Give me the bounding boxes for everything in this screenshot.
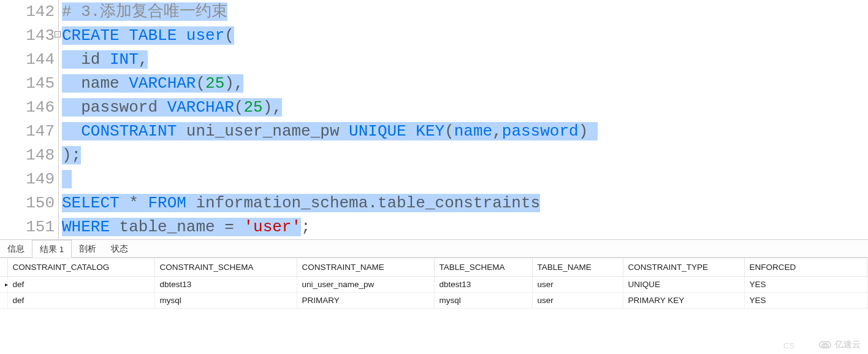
code-token: SELECT (62, 194, 120, 212)
table-row[interactable]: defmysqlPRIMARYmysqluserPRIMARY KEYYES (0, 293, 868, 309)
code-line[interactable]: ); (62, 144, 868, 167)
cell[interactable]: mysql (434, 293, 532, 309)
column-header[interactable]: CONSTRAINT_CATALOG (7, 258, 154, 277)
cell[interactable]: dbtest13 (154, 277, 297, 293)
column-header[interactable]: ENFORCED (744, 258, 868, 277)
code-token: ( (234, 98, 244, 117)
code-token: ; (301, 218, 311, 236)
code-token (62, 122, 81, 140)
code-token: , (139, 50, 148, 69)
code-token: VARCHAR (129, 74, 196, 93)
code-token: KEY (416, 122, 444, 140)
cell[interactable]: user (532, 293, 623, 309)
line-number-gutter: 142143−144145146147148149150151 (0, 0, 58, 239)
sql-editor[interactable]: 142143−144145146147148149150151 # 3.添加复合… (0, 0, 868, 239)
code-line[interactable]: id INT, (62, 48, 868, 72)
cell[interactable]: def (7, 277, 154, 293)
code-token: UNIQUE (349, 122, 406, 140)
cell[interactable]: dbtest13 (434, 277, 532, 293)
code-token: id (62, 50, 110, 69)
results-header-row: CONSTRAINT_CATALOGCONSTRAINT_SCHEMACONST… (0, 258, 868, 277)
code-token (177, 26, 186, 45)
code-token: ( (224, 26, 234, 45)
code-token: WHERE (62, 218, 110, 236)
code-line[interactable]: # 3.添加复合唯一约束 (62, 0, 868, 24)
tab-2[interactable]: 剖析 (72, 240, 104, 257)
code-token: TABLE (129, 26, 177, 45)
line-number: 151 (0, 215, 55, 239)
code-token: CONSTRAINT (81, 122, 177, 140)
code-token: ( (196, 74, 205, 93)
code-token (406, 122, 416, 140)
cell[interactable]: YES (744, 277, 868, 293)
cell[interactable]: UNIQUE (623, 277, 744, 293)
watermark-prefix: CS (783, 341, 794, 350)
code-token: ( (444, 122, 454, 140)
cell[interactable]: user (532, 277, 623, 293)
code-token: table_name = (110, 218, 243, 236)
cell[interactable]: PRIMARY KEY (623, 293, 744, 309)
line-number: 149 (0, 167, 55, 191)
code-token: , (492, 122, 502, 140)
tab-0[interactable]: 信息 (0, 240, 32, 257)
result-tabs: 信息结果 1剖析状态 (0, 239, 868, 258)
watermark: 亿速云 (819, 339, 861, 350)
column-header[interactable]: TABLE_SCHEMA (434, 258, 532, 277)
column-header[interactable]: CONSTRAINT_SCHEMA (154, 258, 297, 277)
code-token: user (186, 26, 224, 45)
code-line[interactable] (62, 167, 868, 191)
results-grid[interactable]: CONSTRAINT_CATALOGCONSTRAINT_SCHEMACONST… (0, 258, 868, 309)
cell[interactable]: def (7, 293, 154, 309)
code-token: password (62, 98, 167, 117)
code-token: CREATE (62, 26, 120, 45)
code-token: password (502, 122, 579, 140)
watermark-icon (819, 341, 831, 348)
column-header[interactable]: CONSTRAINT_NAME (297, 258, 434, 277)
column-header[interactable]: CONSTRAINT_TYPE (623, 258, 744, 277)
code-token: information_schema.table_constraints (186, 194, 540, 212)
row-handle: ▸ (0, 277, 7, 293)
line-number: 148 (0, 144, 55, 167)
line-number: 143− (0, 24, 55, 48)
code-token: uni_user_name_pw (177, 122, 349, 140)
code-token: 25 (243, 98, 262, 117)
watermark-text: 亿速云 (835, 339, 861, 350)
code-token: name (62, 74, 129, 93)
row-handle-header (0, 258, 7, 277)
code-line[interactable]: SELECT * FROM information_schema.table_c… (62, 191, 868, 215)
column-header[interactable]: TABLE_NAME (532, 258, 623, 277)
fold-guide (58, 0, 59, 239)
code-area[interactable]: # 3.添加复合唯一约束CREATE TABLE user( id INT, n… (58, 0, 868, 239)
code-token: 'user' (243, 218, 301, 236)
line-number: 146 (0, 96, 55, 120)
code-token: ), (263, 98, 282, 117)
code-token: ) (579, 122, 598, 140)
code-token: * (120, 194, 148, 212)
line-number: 145 (0, 72, 55, 96)
cell[interactable]: YES (744, 293, 868, 309)
line-number: 142 (0, 0, 55, 24)
code-token: VARCHAR (167, 98, 234, 117)
code-token (120, 26, 129, 45)
code-token: ); (62, 146, 81, 164)
line-number: 144 (0, 48, 55, 72)
results-body: ▸defdbtest13uni_user_name_pwdbtest13user… (0, 277, 868, 309)
code-line[interactable]: WHERE table_name = 'user'; (62, 215, 868, 239)
code-token: name (454, 122, 492, 140)
row-handle (0, 293, 7, 309)
code-line[interactable]: password VARCHAR(25), (62, 96, 868, 120)
code-token: # 3.添加复合唯一约束 (62, 2, 227, 21)
code-line[interactable]: CREATE TABLE user( (62, 24, 868, 48)
tab-3[interactable]: 状态 (104, 240, 135, 257)
cell[interactable]: mysql (154, 293, 297, 309)
tab-1[interactable]: 结果 1 (32, 240, 72, 258)
cell[interactable]: PRIMARY (297, 293, 434, 309)
code-token: INT (110, 50, 139, 69)
cell[interactable]: uni_user_name_pw (297, 277, 434, 293)
code-token: FROM (148, 194, 186, 212)
code-line[interactable]: CONSTRAINT uni_user_name_pw UNIQUE KEY(n… (62, 120, 868, 144)
code-token (62, 170, 72, 188)
table-row[interactable]: ▸defdbtest13uni_user_name_pwdbtest13user… (0, 277, 868, 293)
code-line[interactable]: name VARCHAR(25), (62, 72, 868, 96)
line-number: 147 (0, 120, 55, 144)
